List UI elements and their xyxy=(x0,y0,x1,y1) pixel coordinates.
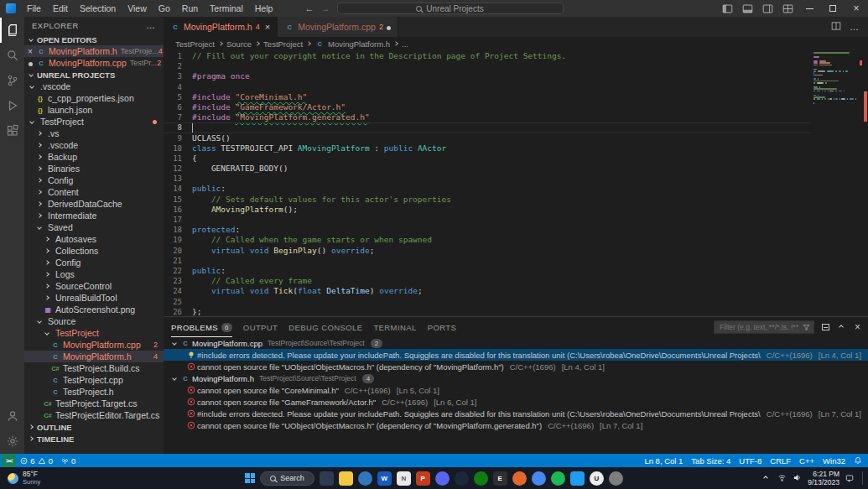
minimap[interactable] xyxy=(811,50,863,316)
code-line-18[interactable]: 18protected: xyxy=(164,225,811,235)
code-editor[interactable]: 1// Fill out your copyright notice in th… xyxy=(164,50,868,316)
taskbar-clock[interactable]: 6:21 PM 9/13/2023 xyxy=(808,470,839,486)
tree-folder-Saved[interactable]: Saved xyxy=(24,221,164,233)
explorer-more-actions-icon[interactable]: … xyxy=(146,20,156,30)
code-line-25[interactable]: 25 xyxy=(164,297,811,307)
editor-tab-MovingPlatform.cpp[interactable]: CMovingPlatform.cpp2 xyxy=(278,17,398,37)
code-line-13[interactable]: 13 xyxy=(164,174,811,184)
close-button[interactable]: × xyxy=(845,0,868,17)
notification-center-icon[interactable] xyxy=(845,471,854,486)
tree-folder-Backup[interactable]: Backup xyxy=(24,151,164,163)
code-line-16[interactable]: 16 AMovingPlatform(); xyxy=(164,205,811,215)
edge-icon[interactable] xyxy=(358,471,372,486)
tree-folder-Intermediate[interactable]: Intermediate xyxy=(24,210,164,221)
panel-tab-output[interactable]: OUTPUT xyxy=(243,317,278,337)
problems-filter-input[interactable] xyxy=(718,322,800,332)
tree-folder-Autosaves[interactable]: Autosaves xyxy=(24,233,164,245)
tree-file-c_cpp_properties.json[interactable]: {}c_cpp_properties.json xyxy=(24,92,164,104)
toggle-sidebar-icon[interactable] xyxy=(717,0,737,17)
code-line-15[interactable]: 15 // Sets default values for this actor… xyxy=(164,195,811,205)
problem-item[interactable]: cannot open source file "UObject/ObjectM… xyxy=(164,419,868,431)
powerpoint-icon[interactable]: P xyxy=(416,471,430,486)
notepad-icon[interactable]: N xyxy=(397,471,411,486)
tree-folder-TestProject[interactable]: TestProject xyxy=(24,116,164,127)
problem-item[interactable]: #include errors detected. Please update … xyxy=(164,349,868,361)
workspace-header[interactable]: UNREAL PROJECTS xyxy=(24,69,164,81)
code-line-22[interactable]: 22public: xyxy=(164,266,811,276)
collapse-all-icon[interactable] xyxy=(822,324,829,330)
menu-go[interactable]: Go xyxy=(153,0,176,17)
customize-layout-icon[interactable] xyxy=(777,0,798,17)
code-line-23[interactable]: 23 // Called every frame xyxy=(164,276,811,286)
timeline-header[interactable]: TIMELINE xyxy=(24,433,164,445)
status-tab-size-4[interactable]: Tab Size: 4 xyxy=(687,454,735,467)
code-line-21[interactable]: 21 xyxy=(164,256,811,266)
code-line-9[interactable]: 9UCLASS() xyxy=(164,133,811,143)
tree-file-TestProject.h[interactable]: CTestProject.h xyxy=(24,386,164,398)
tree-folder-Config[interactable]: Config xyxy=(24,257,164,268)
toggle-panel-icon[interactable] xyxy=(737,0,757,17)
restore-button[interactable] xyxy=(821,0,845,17)
problem-group-MovingPlatform.h[interactable]: CMovingPlatform.hTestProject\Source\Test… xyxy=(164,372,868,384)
problem-item[interactable]: cannot open source file "UObject/ObjectM… xyxy=(164,361,868,372)
tree-file-launch.json[interactable]: {}launch.json xyxy=(24,104,164,116)
close-icon[interactable]: × xyxy=(24,47,36,56)
close-icon[interactable]: × xyxy=(265,22,270,32)
menu-view[interactable]: View xyxy=(122,0,153,17)
tree-file-TestProjectEditor.Target.cs[interactable]: C#TestProjectEditor.Target.cs xyxy=(24,409,164,421)
start-button[interactable] xyxy=(245,473,255,483)
menu-help[interactable]: Help xyxy=(249,0,279,17)
chrome-icon[interactable] xyxy=(532,471,546,486)
run-debug-icon[interactable] xyxy=(0,93,24,118)
code-line-4[interactable]: 4 xyxy=(164,82,811,92)
tree-file-AutoScreenshot.png[interactable]: ▦AutoScreenshot.png xyxy=(24,304,164,315)
menu-run[interactable]: Run xyxy=(176,0,204,17)
tree-folder-SourceControl[interactable]: SourceControl xyxy=(24,280,164,292)
spotify-icon[interactable] xyxy=(551,471,565,486)
steam-icon[interactable] xyxy=(455,471,469,486)
tree-folder-DerivedDataCache[interactable]: DerivedDataCache xyxy=(24,198,164,210)
code-line-20[interactable]: 20 virtual void BeginPlay() override; xyxy=(164,246,811,256)
breadcrumb-item[interactable]: ... xyxy=(402,39,408,49)
code-line-17[interactable]: 17 xyxy=(164,215,811,225)
code-line-5[interactable]: 5#include "CoreMinimal.h" xyxy=(164,92,811,102)
breadcrumb-item[interactable]: MovingPlatform.h xyxy=(328,39,390,49)
search-activity-icon[interactable] xyxy=(0,43,24,68)
menu-file[interactable]: File xyxy=(21,0,47,17)
open-editor-MovingPlatform.h[interactable]: ×CMovingPlatform.hTestProje...4 xyxy=(24,45,164,57)
command-center-search[interactable]: Unreal Projects xyxy=(337,3,564,14)
minimize-button[interactable] xyxy=(798,0,821,17)
taskbar-search[interactable]: Search xyxy=(260,471,314,486)
tree-file-MovingPlatform.cpp[interactable]: CMovingPlatform.cpp2 xyxy=(24,339,164,351)
epic-games-icon[interactable]: E xyxy=(493,471,507,486)
tree-folder-Source[interactable]: Source xyxy=(24,315,164,327)
firefox-icon[interactable] xyxy=(512,471,527,486)
panel-tab-problems[interactable]: PROBLEMS6 xyxy=(171,317,232,337)
code-line-12[interactable]: 12 GENERATED_BODY() xyxy=(164,164,811,174)
code-line-1[interactable]: 1// Fill out your copyright notice in th… xyxy=(164,51,811,61)
code-line-8[interactable]: 8 xyxy=(164,122,811,133)
split-editor-icon[interactable] xyxy=(831,19,841,34)
panel-tab-debug-console[interactable]: DEBUG CONSOLE xyxy=(288,317,362,337)
tree-folder-.vs[interactable]: .vs xyxy=(24,127,164,139)
editor-tab-MovingPlatform.h[interactable]: CMovingPlatform.h4× xyxy=(164,17,278,37)
settings-icon[interactable] xyxy=(609,471,623,486)
xbox-icon[interactable] xyxy=(474,471,488,486)
tree-file-TestProject.cpp[interactable]: CTestProject.cpp xyxy=(24,374,164,386)
panel-tab-terminal[interactable]: TERMINAL xyxy=(373,317,416,337)
more-actions-icon[interactable]: … xyxy=(850,22,860,32)
vscode-icon[interactable] xyxy=(570,471,585,486)
wifi-icon[interactable] xyxy=(777,471,787,486)
code-line-19[interactable]: 19 // Called when the game starts or whe… xyxy=(164,235,811,245)
code-line-10[interactable]: 10class TESTPROJECT_API AMovingPlatform … xyxy=(164,143,811,153)
problems-filter[interactable] xyxy=(714,320,814,334)
explorer-icon[interactable] xyxy=(0,18,24,43)
problem-group-MovingPlatform.cpp[interactable]: CMovingPlatform.cppTestProject\Source\Te… xyxy=(164,337,868,349)
breadcrumb-item[interactable]: TestProject xyxy=(263,39,303,49)
status-c-[interactable]: C++ xyxy=(795,454,819,467)
problem-item[interactable]: #include errors detected. Please update … xyxy=(164,408,868,419)
tree-folder-.vscode[interactable]: .vscode xyxy=(24,81,164,92)
status-ln-8-col-1[interactable]: Ln 8, Col 1 xyxy=(640,454,687,467)
code-line-11[interactable]: 11{ xyxy=(164,153,811,164)
tree-folder-TestProject[interactable]: TestProject xyxy=(24,327,164,339)
